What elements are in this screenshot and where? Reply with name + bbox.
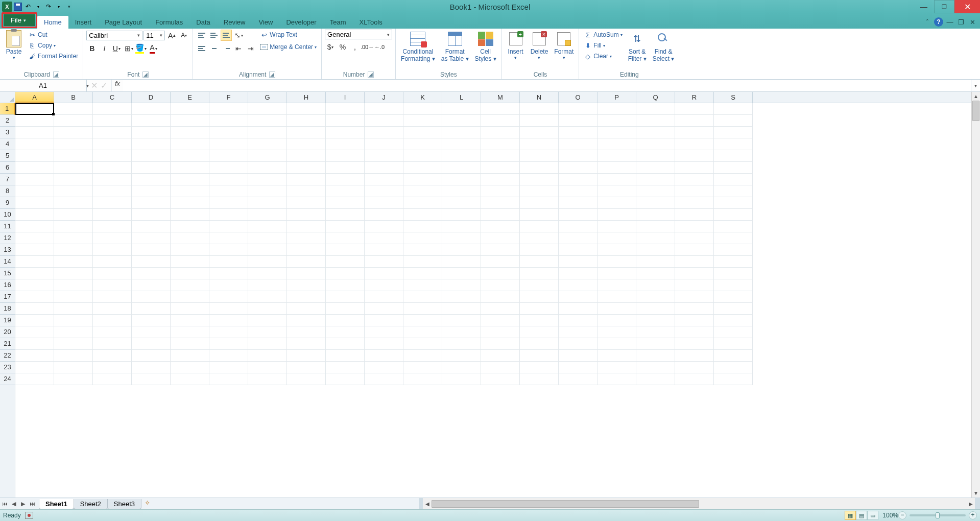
fill-button[interactable]: ⬇Fill▾ (582, 40, 624, 51)
cell[interactable] (481, 174, 520, 185)
cell[interactable] (171, 197, 209, 209)
cell[interactable] (15, 350, 54, 362)
cell[interactable] (209, 232, 248, 244)
cell[interactable] (442, 197, 481, 209)
cell[interactable] (287, 174, 326, 185)
column-header[interactable]: P (597, 92, 636, 103)
cell[interactable] (559, 256, 597, 268)
cell[interactable] (15, 150, 54, 162)
cell[interactable] (93, 174, 132, 185)
format-as-table-button[interactable]: Format as Table ▾ (439, 30, 471, 63)
cell[interactable] (442, 338, 481, 350)
cell[interactable] (442, 315, 481, 326)
cell[interactable] (54, 209, 93, 221)
cell[interactable] (93, 138, 132, 150)
row-header[interactable]: 3 (0, 127, 15, 138)
cell[interactable] (248, 362, 287, 373)
scroll-left-button[interactable]: ◀ (423, 501, 432, 507)
cell[interactable] (403, 373, 442, 385)
cell[interactable] (15, 127, 54, 138)
cell[interactable] (597, 373, 636, 385)
cell[interactable] (15, 256, 54, 268)
cell[interactable] (132, 279, 171, 291)
row-header[interactable]: 7 (0, 174, 15, 185)
cell[interactable] (675, 350, 714, 362)
cell[interactable] (93, 221, 132, 232)
cell[interactable] (442, 362, 481, 373)
cell[interactable] (93, 326, 132, 338)
cell[interactable] (287, 279, 326, 291)
cell[interactable] (403, 268, 442, 279)
cell[interactable] (365, 138, 403, 150)
cell[interactable] (54, 150, 93, 162)
cell[interactable] (54, 315, 93, 326)
cell[interactable] (248, 326, 287, 338)
cell[interactable] (636, 315, 675, 326)
row-header[interactable]: 18 (0, 303, 15, 315)
cell[interactable] (171, 150, 209, 162)
cell[interactable] (287, 150, 326, 162)
cell[interactable] (365, 209, 403, 221)
cell[interactable] (714, 291, 753, 303)
cell[interactable] (520, 232, 559, 244)
cell[interactable] (481, 209, 520, 221)
cell[interactable] (442, 326, 481, 338)
cell[interactable] (248, 279, 287, 291)
cell[interactable] (54, 174, 93, 185)
cell[interactable] (326, 127, 365, 138)
cell[interactable] (636, 209, 675, 221)
cell[interactable] (675, 185, 714, 197)
cell[interactable] (326, 150, 365, 162)
cell[interactable] (326, 303, 365, 315)
cell[interactable] (442, 350, 481, 362)
cell[interactable] (675, 138, 714, 150)
cell[interactable] (15, 162, 54, 174)
fill-color-button[interactable]: 🪣▾ (135, 43, 147, 54)
cell[interactable] (636, 338, 675, 350)
tab-review[interactable]: Review (217, 16, 252, 29)
cell[interactable] (403, 162, 442, 174)
column-header[interactable]: L (442, 92, 481, 103)
conditional-formatting-button[interactable]: Conditional Formatting ▾ (399, 30, 437, 63)
cell[interactable] (559, 103, 597, 115)
cell[interactable] (93, 279, 132, 291)
column-header[interactable]: D (132, 92, 171, 103)
align-center-button[interactable] (208, 43, 220, 54)
cell[interactable] (636, 185, 675, 197)
cell[interactable] (132, 174, 171, 185)
cell[interactable] (15, 268, 54, 279)
cell[interactable] (403, 350, 442, 362)
cell[interactable] (365, 127, 403, 138)
cell[interactable] (171, 162, 209, 174)
cell[interactable] (171, 326, 209, 338)
cell[interactable] (675, 268, 714, 279)
cell[interactable] (248, 197, 287, 209)
redo-dropdown[interactable]: ▾ (54, 2, 63, 11)
cell[interactable] (442, 115, 481, 127)
cell[interactable] (403, 244, 442, 256)
cell[interactable] (365, 362, 403, 373)
cell[interactable] (248, 209, 287, 221)
cell[interactable] (287, 162, 326, 174)
row-header[interactable]: 19 (0, 315, 15, 326)
cell[interactable] (481, 303, 520, 315)
cell[interactable] (520, 350, 559, 362)
cell[interactable] (481, 197, 520, 209)
column-header[interactable]: O (559, 92, 597, 103)
cell[interactable] (442, 221, 481, 232)
cell[interactable] (559, 197, 597, 209)
cell[interactable] (209, 174, 248, 185)
column-header[interactable]: Q (636, 92, 675, 103)
cell[interactable] (326, 174, 365, 185)
cell[interactable] (54, 115, 93, 127)
cell[interactable] (403, 232, 442, 244)
cell[interactable] (365, 256, 403, 268)
cell[interactable] (54, 362, 93, 373)
cell[interactable] (442, 268, 481, 279)
scroll-down-button[interactable]: ▼ (972, 489, 980, 498)
delete-cells-button[interactable]: Delete▾ (529, 30, 551, 61)
cell[interactable] (365, 279, 403, 291)
column-header[interactable]: E (171, 92, 209, 103)
cell[interactable] (442, 303, 481, 315)
cell[interactable] (675, 197, 714, 209)
